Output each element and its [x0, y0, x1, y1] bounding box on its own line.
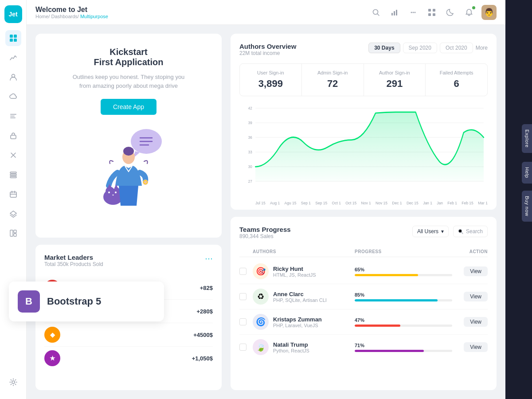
col-action: ACTION — [452, 249, 488, 254]
main-content: Welcome to Jet Home/ Dashboards/ Multipu… — [27, 0, 505, 399]
sidebar-item-cloud[interactable] — [5, 89, 21, 105]
team-skills-2: PHP, Laravel, VueJS — [273, 323, 355, 328]
breadcrumb-home[interactable]: Home/ — [35, 14, 50, 19]
svg-rect-20 — [396, 10, 397, 16]
sidebar-item-user[interactable] — [5, 69, 21, 85]
search-icon[interactable] — [370, 6, 382, 19]
team-progress-bar-2 — [355, 325, 452, 327]
sidebar-item-close[interactable] — [5, 147, 21, 163]
app-logo[interactable]: Jet — [4, 5, 22, 23]
bootstrap-icon: B — [18, 290, 40, 313]
col-progress: PROGRESS — [355, 249, 452, 254]
svg-rect-7 — [10, 117, 16, 118]
svg-rect-3 — [14, 39, 17, 42]
svg-rect-26 — [428, 13, 431, 16]
market-item-3: ★ +1,050$ — [44, 347, 213, 370]
svg-text:42: 42 — [248, 106, 252, 111]
stat-failed-attempts-label: Failed Attempts — [433, 70, 480, 75]
team-checkbox-3[interactable] — [239, 344, 246, 351]
team-progress-fill-3 — [355, 350, 424, 352]
team-progress-col-1: 85% — [355, 292, 452, 301]
authors-tab-oct[interactable]: Oct 2020 — [440, 43, 473, 53]
team-avatar-1: ♻ — [253, 289, 269, 305]
team-progress-fill-1 — [355, 299, 438, 301]
teams-header: Teams Progress 890,344 Sales All Users ▾… — [239, 226, 488, 239]
header-left: Welcome to Jet Home/ Dashboards/ Multipu… — [35, 6, 108, 19]
sidebar-item-grid[interactable] — [5, 30, 21, 46]
authors-title: Authors Overview — [239, 43, 296, 50]
team-avatar-3: 🍃 — [253, 339, 269, 355]
team-progress-label-2: 47% — [355, 317, 452, 323]
authors-chart: 42 39 36 33 30 27 — [239, 103, 488, 201]
svg-point-23 — [415, 12, 416, 13]
market-item-2: ◆ +4500$ — [44, 323, 213, 347]
notification-icon[interactable] — [463, 6, 475, 19]
svg-rect-2 — [10, 39, 13, 42]
buy-now-tab[interactable]: Buy now — [522, 191, 532, 222]
team-skills-0: HTML, JS, ReactJS — [273, 272, 355, 278]
teams-progress-card: Teams Progress 890,344 Sales All Users ▾… — [231, 217, 497, 390]
sidebar-item-template[interactable] — [5, 225, 21, 241]
team-view-button-0[interactable]: View — [464, 266, 488, 276]
kickstart-title: Kickstart First Application — [94, 47, 163, 67]
team-progress-bar-1 — [355, 299, 452, 301]
team-avatar-0: 🎯 — [253, 263, 269, 279]
teams-title: Teams Progress — [239, 226, 291, 233]
svg-rect-0 — [10, 35, 13, 38]
create-app-button[interactable]: Create App — [101, 99, 156, 115]
svg-rect-11 — [10, 176, 16, 178]
settings-icon[interactable] — [5, 374, 21, 390]
market-item-value-1: +280$ — [196, 308, 213, 315]
svg-rect-10 — [10, 174, 16, 176]
user-avatar[interactable]: 👨 — [481, 5, 497, 20]
explore-tab[interactable]: Explore — [522, 124, 532, 153]
svg-text:39: 39 — [248, 121, 252, 125]
breadcrumb-dashboards[interactable]: Dashboards/ — [51, 14, 78, 19]
all-users-select[interactable]: All Users ▾ — [412, 226, 449, 237]
teams-filters: All Users ▾ Search — [412, 226, 488, 237]
kickstart-description: Outlines keep you honest. They stoping y… — [71, 73, 186, 90]
customize-icon[interactable] — [407, 6, 419, 19]
svg-rect-15 — [14, 234, 16, 236]
team-view-button-2[interactable]: View — [464, 317, 488, 327]
apps-icon[interactable] — [426, 6, 438, 19]
stat-author-signin: Author Sign-in 291 — [364, 64, 426, 96]
team-progress-bar-0 — [355, 274, 452, 276]
team-view-button-3[interactable]: View — [464, 342, 488, 352]
sidebar-item-calendar[interactable] — [5, 186, 21, 202]
team-row-1: ♻ Anne Clarc PHP, SQLite, Artisan CLI 85… — [239, 284, 488, 309]
header-right: 👨 — [370, 5, 497, 20]
sidebar-item-layers[interactable] — [5, 206, 21, 222]
svg-rect-12 — [10, 192, 16, 197]
authors-tab-more[interactable]: More — [476, 45, 488, 51]
sidebar-item-bars[interactable] — [5, 108, 21, 124]
team-action-col-3: View — [452, 342, 488, 352]
team-info-2: Kristaps Zumman PHP, Laravel, VueJS — [273, 316, 355, 328]
svg-text:33: 33 — [248, 150, 252, 155]
market-item-value-3: +1,050$ — [192, 355, 213, 362]
team-skills-1: PHP, SQLite, Artisan CLI — [273, 297, 355, 303]
team-checkbox-1[interactable] — [239, 293, 246, 300]
market-leaders-subtitle: Total 350k Products Sold — [44, 261, 103, 267]
sidebar-item-lock[interactable] — [5, 128, 21, 144]
stats-row: User Sign-in 3,899 Admin Sign-in 72 Auth… — [239, 63, 488, 96]
team-view-button-1[interactable]: View — [464, 292, 488, 301]
authors-tab-sep[interactable]: Sep 2020 — [403, 43, 437, 53]
svg-rect-9 — [10, 172, 16, 173]
help-tab[interactable]: Help — [522, 162, 532, 184]
market-item-icon-3: ★ — [44, 350, 60, 366]
sidebar: Jet — [0, 0, 27, 399]
team-progress-label-1: 85% — [355, 292, 452, 297]
market-leaders-actions[interactable]: ⋯ — [205, 254, 213, 263]
team-checkbox-2[interactable] — [239, 318, 246, 325]
team-name-3: Natali Trump — [273, 341, 355, 348]
svg-point-22 — [413, 12, 414, 13]
dark-mode-toggle[interactable] — [444, 6, 457, 19]
teams-search[interactable]: Search — [453, 226, 488, 237]
authors-tab-30days[interactable]: 30 Days — [368, 43, 400, 53]
team-name-2: Kristaps Zumman — [273, 316, 355, 323]
sidebar-item-chart[interactable] — [5, 50, 21, 66]
sidebar-item-list[interactable] — [5, 167, 21, 183]
team-checkbox-0[interactable] — [239, 268, 246, 275]
analytics-icon[interactable] — [388, 6, 401, 19]
